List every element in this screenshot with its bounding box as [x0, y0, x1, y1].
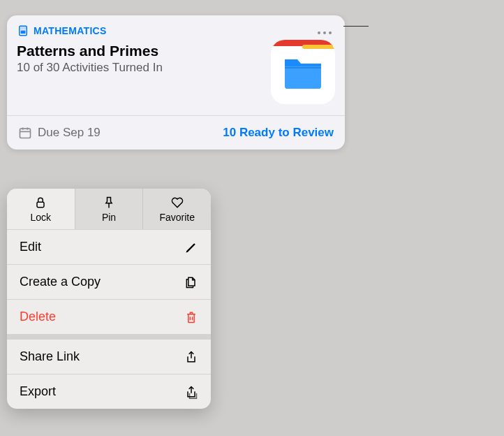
svg-point-6 — [24, 31, 25, 31]
svg-point-12 — [329, 31, 332, 34]
calendar-icon — [18, 126, 32, 140]
favorite-label: Favorite — [159, 212, 195, 223]
assignment-subtitle: 10 of 30 Activities Turned In — [17, 61, 262, 75]
svg-point-7 — [21, 32, 22, 33]
lock-button[interactable]: Lock — [7, 189, 75, 229]
subject-text: MATHEMATICS — [34, 25, 107, 36]
app-icon — [271, 40, 335, 104]
svg-point-10 — [318, 31, 320, 34]
share-icon — [184, 350, 198, 364]
share-item[interactable]: Share Link — [7, 334, 211, 374]
review-link[interactable]: 10 Ready to Review — [223, 126, 334, 140]
svg-point-8 — [22, 32, 23, 33]
pencil-icon — [184, 240, 198, 254]
heart-icon — [170, 196, 184, 210]
context-menu: Lock Pin Favorite Edit Create a Copy — [7, 189, 211, 409]
svg-rect-18 — [37, 202, 44, 208]
copy-label: Create a Copy — [20, 275, 101, 289]
due-date: Due Sep 19 — [18, 126, 101, 140]
subject-label: MATHEMATICS — [17, 24, 107, 37]
delete-label: Delete — [20, 310, 56, 324]
card-footer: Due Sep 19 10 Ready to Review — [7, 115, 345, 150]
export-icon — [184, 385, 198, 399]
folder-icon — [282, 55, 324, 90]
card-header: MATHEMATICS — [7, 15, 345, 38]
card-text: Patterns and Primes 10 of 30 Activities … — [17, 43, 262, 104]
pin-label: Pin — [102, 212, 116, 223]
card-body: Patterns and Primes 10 of 30 Activities … — [7, 38, 345, 115]
ellipsis-icon — [317, 31, 332, 35]
export-item[interactable]: Export — [7, 374, 211, 409]
more-button[interactable] — [314, 22, 335, 38]
menu-top-row: Lock Pin Favorite — [7, 189, 211, 229]
svg-point-4 — [21, 31, 22, 31]
lock-label: Lock — [31, 212, 52, 223]
favorite-button[interactable]: Favorite — [143, 189, 211, 229]
copy-icon — [184, 275, 198, 289]
pin-icon — [102, 196, 116, 210]
due-text: Due Sep 19 — [38, 126, 101, 140]
callout-line — [343, 26, 369, 27]
delete-item[interactable]: Delete — [7, 299, 211, 334]
svg-rect-3 — [20, 27, 26, 29]
subject-icon — [17, 24, 29, 37]
edit-item[interactable]: Edit — [7, 229, 211, 264]
export-label: Export — [20, 384, 56, 399]
copy-item[interactable]: Create a Copy — [7, 264, 211, 299]
edit-label: Edit — [20, 240, 41, 254]
assignment-title: Patterns and Primes — [17, 43, 262, 59]
pin-button[interactable]: Pin — [75, 189, 144, 229]
assignment-card: MATHEMATICS Patterns and Primes 10 of 30… — [7, 15, 345, 150]
svg-point-11 — [323, 31, 326, 34]
share-label: Share Link — [20, 349, 80, 364]
svg-point-9 — [24, 32, 25, 33]
trash-icon — [184, 310, 198, 324]
svg-point-5 — [22, 31, 23, 31]
svg-rect-14 — [20, 129, 31, 138]
lock-icon — [34, 196, 47, 210]
